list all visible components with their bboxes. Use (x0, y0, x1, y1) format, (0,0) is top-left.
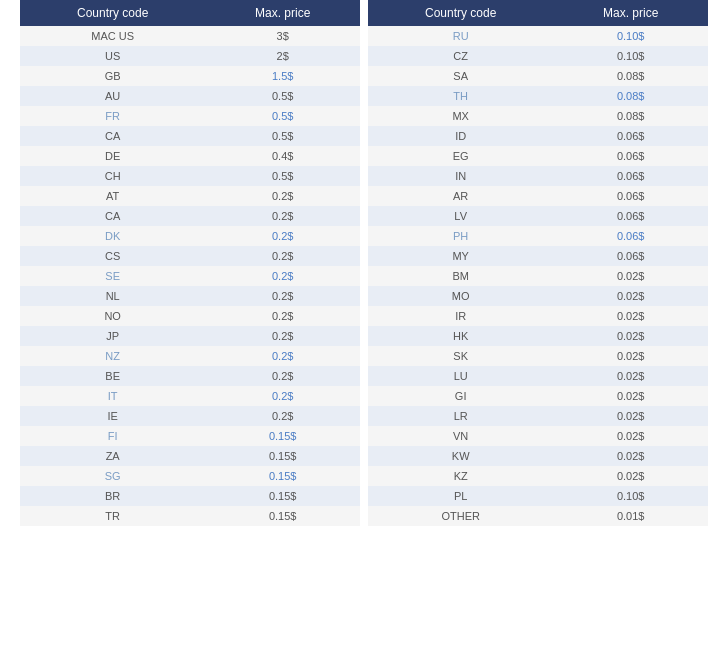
country-cell: DE (20, 146, 206, 166)
price-cell: 0.02$ (554, 286, 708, 306)
table-row: AR0.06$ (368, 186, 708, 206)
country-cell: MX (368, 106, 554, 126)
table-row: DK0.2$ (20, 226, 360, 246)
table-row: MX0.08$ (368, 106, 708, 126)
table-right-header-row: Country code Max. price (368, 0, 708, 26)
price-cell: 0.4$ (206, 146, 360, 166)
table-row: PL0.10$ (368, 486, 708, 506)
table-left-price-header: Max. price (206, 0, 360, 26)
price-cell: 3$ (206, 26, 360, 46)
country-cell: LU (368, 366, 554, 386)
price-cell: 1.5$ (206, 66, 360, 86)
price-cell: 0.02$ (554, 386, 708, 406)
country-cell: NL (20, 286, 206, 306)
price-cell: 0.06$ (554, 206, 708, 226)
country-cell: CA (20, 126, 206, 146)
country-cell: GB (20, 66, 206, 86)
price-cell: 0.10$ (554, 46, 708, 66)
country-cell: CH (20, 166, 206, 186)
price-cell: 0.02$ (554, 346, 708, 366)
table-row: NZ0.2$ (20, 346, 360, 366)
table-row: IR0.02$ (368, 306, 708, 326)
country-cell: BM (368, 266, 554, 286)
country-cell: SA (368, 66, 554, 86)
price-cell: 0.02$ (554, 326, 708, 346)
price-cell: 0.2$ (206, 406, 360, 426)
country-cell: AU (20, 86, 206, 106)
table-row: VN0.02$ (368, 426, 708, 446)
price-cell: 0.10$ (554, 26, 708, 46)
country-cell: HK (368, 326, 554, 346)
table-row: CH0.5$ (20, 166, 360, 186)
table-row: CZ0.10$ (368, 46, 708, 66)
table-row: KW0.02$ (368, 446, 708, 466)
country-cell: NZ (20, 346, 206, 366)
country-cell: MO (368, 286, 554, 306)
table-row: MAC US3$ (20, 26, 360, 46)
price-cell: 0.02$ (554, 406, 708, 426)
country-cell: FR (20, 106, 206, 126)
price-cell: 0.06$ (554, 186, 708, 206)
table-row: BE0.2$ (20, 366, 360, 386)
price-cell: 0.2$ (206, 206, 360, 226)
country-cell: CA (20, 206, 206, 226)
table-row: MO0.02$ (368, 286, 708, 306)
country-cell: LV (368, 206, 554, 226)
country-cell: MAC US (20, 26, 206, 46)
price-cell: 0.06$ (554, 126, 708, 146)
table-row: EG0.06$ (368, 146, 708, 166)
price-cell: 0.5$ (206, 86, 360, 106)
country-cell: GI (368, 386, 554, 406)
price-cell: 0.2$ (206, 326, 360, 346)
country-cell: BE (20, 366, 206, 386)
price-cell: 0.08$ (554, 86, 708, 106)
country-cell: SE (20, 266, 206, 286)
table-row: CS0.2$ (20, 246, 360, 266)
table-row: JP0.2$ (20, 326, 360, 346)
price-cell: 0.02$ (554, 366, 708, 386)
price-cell: 0.02$ (554, 266, 708, 286)
country-cell: MY (368, 246, 554, 266)
country-cell: IE (20, 406, 206, 426)
table-row: MY0.06$ (368, 246, 708, 266)
price-cell: 0.06$ (554, 146, 708, 166)
table-row: LV0.06$ (368, 206, 708, 226)
price-cell: 0.10$ (554, 486, 708, 506)
price-cell: 0.2$ (206, 226, 360, 246)
table-left-header-row: Country code Max. price (20, 0, 360, 26)
table-row: CA0.5$ (20, 126, 360, 146)
table-row: NO0.2$ (20, 306, 360, 326)
table-row: DE0.4$ (20, 146, 360, 166)
price-cell: 0.2$ (206, 266, 360, 286)
table-row: SE0.2$ (20, 266, 360, 286)
country-cell: ID (368, 126, 554, 146)
table-row: SG0.15$ (20, 466, 360, 486)
country-cell: KZ (368, 466, 554, 486)
price-cell: 0.2$ (206, 346, 360, 366)
price-cell: 0.02$ (554, 306, 708, 326)
country-cell: AT (20, 186, 206, 206)
price-cell: 0.15$ (206, 506, 360, 526)
table-right: Country code Max. price RU0.10$CZ0.10$SA… (368, 0, 708, 526)
price-cell: 0.15$ (206, 426, 360, 446)
table-row: FR0.5$ (20, 106, 360, 126)
tables-container: Country code Max. price MAC US3$US2$GB1.… (20, 0, 708, 526)
country-cell: RU (368, 26, 554, 46)
table-row: AU0.5$ (20, 86, 360, 106)
table-right-country-header: Country code (368, 0, 554, 26)
price-cell: 0.15$ (206, 446, 360, 466)
table-row: NL0.2$ (20, 286, 360, 306)
price-cell: 0.01$ (554, 506, 708, 526)
country-cell: TR (20, 506, 206, 526)
country-cell: JP (20, 326, 206, 346)
table-row: IN0.06$ (368, 166, 708, 186)
table-row: SK0.02$ (368, 346, 708, 366)
country-cell: DK (20, 226, 206, 246)
table-row: TR0.15$ (20, 506, 360, 526)
country-cell: AR (368, 186, 554, 206)
price-cell: 0.2$ (206, 286, 360, 306)
table-row: BR0.15$ (20, 486, 360, 506)
table-row: US2$ (20, 46, 360, 66)
table-row: ID0.06$ (368, 126, 708, 146)
table-row: LU0.02$ (368, 366, 708, 386)
